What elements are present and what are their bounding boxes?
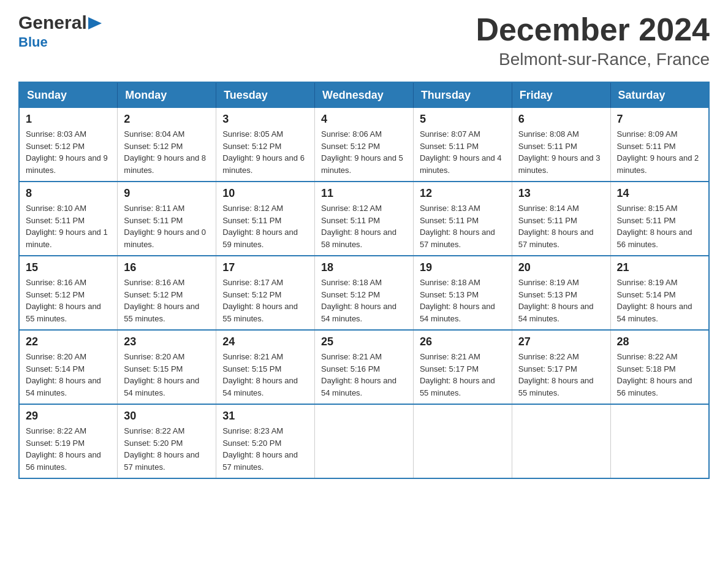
day-info-24: Sunrise: 8:21 AMSunset: 5:15 PMDaylight:… <box>222 351 308 399</box>
day-cell-18: 18Sunrise: 8:18 AMSunset: 5:12 PMDayligh… <box>315 256 414 330</box>
day-cell-26: 26Sunrise: 8:21 AMSunset: 5:17 PMDayligh… <box>413 330 512 404</box>
day-number-9: 9 <box>124 187 210 200</box>
day-info-20: Sunrise: 8:19 AMSunset: 5:13 PMDaylight:… <box>518 277 604 324</box>
day-number-4: 4 <box>321 113 407 126</box>
day-info-18: Sunrise: 8:18 AMSunset: 5:12 PMDaylight:… <box>321 277 407 324</box>
day-number-8: 8 <box>26 187 111 200</box>
day-number-13: 13 <box>518 187 604 200</box>
day-cell-21: 21Sunrise: 8:19 AMSunset: 5:14 PMDayligh… <box>610 256 709 330</box>
day-number-18: 18 <box>321 261 407 274</box>
day-number-29: 29 <box>26 410 111 423</box>
day-cell-2: 2Sunrise: 8:04 AMSunset: 5:12 PMDaylight… <box>118 108 216 182</box>
location-title: Belmont-sur-Rance, France <box>476 50 710 69</box>
day-number-11: 11 <box>321 187 407 200</box>
logo-triangle-icon <box>88 17 102 29</box>
day-number-23: 23 <box>124 335 210 348</box>
week-row-4: 29Sunrise: 8:22 AMSunset: 5:19 PMDayligh… <box>19 404 709 478</box>
day-cell-24: 24Sunrise: 8:21 AMSunset: 5:15 PMDayligh… <box>216 330 315 404</box>
day-number-26: 26 <box>420 335 506 348</box>
day-info-8: Sunrise: 8:10 AMSunset: 5:11 PMDaylight:… <box>26 202 111 250</box>
day-info-3: Sunrise: 8:05 AMSunset: 5:12 PMDaylight:… <box>222 128 308 176</box>
empty-cell <box>315 404 414 478</box>
day-number-31: 31 <box>222 410 308 423</box>
day-number-10: 10 <box>222 187 308 200</box>
empty-cell <box>610 404 709 478</box>
day-info-16: Sunrise: 8:16 AMSunset: 5:12 PMDaylight:… <box>124 277 210 324</box>
header-saturday: Saturday <box>610 82 709 108</box>
day-info-17: Sunrise: 8:17 AMSunset: 5:12 PMDaylight:… <box>222 277 308 324</box>
day-info-14: Sunrise: 8:15 AMSunset: 5:11 PMDaylight:… <box>617 202 702 250</box>
day-info-12: Sunrise: 8:13 AMSunset: 5:11 PMDaylight:… <box>420 202 506 250</box>
header-monday: Monday <box>118 82 216 108</box>
day-number-21: 21 <box>617 261 702 274</box>
day-cell-14: 14Sunrise: 8:15 AMSunset: 5:11 PMDayligh… <box>610 182 709 256</box>
day-cell-23: 23Sunrise: 8:20 AMSunset: 5:15 PMDayligh… <box>118 330 216 404</box>
logo-general-text: General <box>18 12 87 33</box>
month-title: December 2024 <box>476 12 710 47</box>
day-info-11: Sunrise: 8:12 AMSunset: 5:11 PMDaylight:… <box>321 202 407 250</box>
day-cell-15: 15Sunrise: 8:16 AMSunset: 5:12 PMDayligh… <box>19 256 118 330</box>
empty-cell <box>512 404 610 478</box>
day-info-19: Sunrise: 8:18 AMSunset: 5:13 PMDaylight:… <box>420 277 506 324</box>
day-info-6: Sunrise: 8:08 AMSunset: 5:11 PMDaylight:… <box>518 128 604 176</box>
day-cell-5: 5Sunrise: 8:07 AMSunset: 5:11 PMDaylight… <box>413 108 512 182</box>
day-info-27: Sunrise: 8:22 AMSunset: 5:17 PMDaylight:… <box>518 351 604 399</box>
day-cell-29: 29Sunrise: 8:22 AMSunset: 5:19 PMDayligh… <box>19 404 118 478</box>
header-thursday: Thursday <box>413 82 512 108</box>
logo-blue-text: Blue <box>18 34 48 50</box>
day-cell-31: 31Sunrise: 8:23 AMSunset: 5:20 PMDayligh… <box>216 404 315 478</box>
day-number-2: 2 <box>124 113 210 126</box>
day-info-10: Sunrise: 8:12 AMSunset: 5:11 PMDaylight:… <box>222 202 308 250</box>
day-cell-11: 11Sunrise: 8:12 AMSunset: 5:11 PMDayligh… <box>315 182 414 256</box>
day-cell-25: 25Sunrise: 8:21 AMSunset: 5:16 PMDayligh… <box>315 330 414 404</box>
svg-marker-0 <box>88 17 102 29</box>
day-cell-1: 1Sunrise: 8:03 AMSunset: 5:12 PMDaylight… <box>19 108 118 182</box>
day-number-30: 30 <box>124 410 210 423</box>
day-number-12: 12 <box>420 187 506 200</box>
day-cell-22: 22Sunrise: 8:20 AMSunset: 5:14 PMDayligh… <box>19 330 118 404</box>
week-row-1: 8Sunrise: 8:10 AMSunset: 5:11 PMDaylight… <box>19 182 709 256</box>
day-info-4: Sunrise: 8:06 AMSunset: 5:12 PMDaylight:… <box>321 128 407 176</box>
day-info-29: Sunrise: 8:22 AMSunset: 5:19 PMDaylight:… <box>26 425 111 473</box>
day-cell-13: 13Sunrise: 8:14 AMSunset: 5:11 PMDayligh… <box>512 182 610 256</box>
title-area: December 2024 Belmont-sur-Rance, France <box>476 12 710 69</box>
day-cell-27: 27Sunrise: 8:22 AMSunset: 5:17 PMDayligh… <box>512 330 610 404</box>
day-number-17: 17 <box>222 261 308 274</box>
day-number-22: 22 <box>26 335 111 348</box>
day-info-22: Sunrise: 8:20 AMSunset: 5:14 PMDaylight:… <box>26 351 111 399</box>
day-info-26: Sunrise: 8:21 AMSunset: 5:17 PMDaylight:… <box>420 351 506 399</box>
day-info-2: Sunrise: 8:04 AMSunset: 5:12 PMDaylight:… <box>124 128 210 176</box>
day-info-30: Sunrise: 8:22 AMSunset: 5:20 PMDaylight:… <box>124 425 210 473</box>
day-number-19: 19 <box>420 261 506 274</box>
day-cell-30: 30Sunrise: 8:22 AMSunset: 5:20 PMDayligh… <box>118 404 216 478</box>
day-number-25: 25 <box>321 335 407 348</box>
day-cell-8: 8Sunrise: 8:10 AMSunset: 5:11 PMDaylight… <box>19 182 118 256</box>
logo: General Blue <box>18 12 102 50</box>
header-tuesday: Tuesday <box>216 82 315 108</box>
day-cell-20: 20Sunrise: 8:19 AMSunset: 5:13 PMDayligh… <box>512 256 610 330</box>
day-info-13: Sunrise: 8:14 AMSunset: 5:11 PMDaylight:… <box>518 202 604 250</box>
day-info-15: Sunrise: 8:16 AMSunset: 5:12 PMDaylight:… <box>26 277 111 324</box>
day-info-28: Sunrise: 8:22 AMSunset: 5:18 PMDaylight:… <box>617 351 702 399</box>
header-wednesday: Wednesday <box>315 82 414 108</box>
day-cell-16: 16Sunrise: 8:16 AMSunset: 5:12 PMDayligh… <box>118 256 216 330</box>
day-number-24: 24 <box>222 335 308 348</box>
day-info-5: Sunrise: 8:07 AMSunset: 5:11 PMDaylight:… <box>420 128 506 176</box>
day-info-31: Sunrise: 8:23 AMSunset: 5:20 PMDaylight:… <box>222 425 308 473</box>
day-cell-12: 12Sunrise: 8:13 AMSunset: 5:11 PMDayligh… <box>413 182 512 256</box>
day-cell-4: 4Sunrise: 8:06 AMSunset: 5:12 PMDaylight… <box>315 108 414 182</box>
day-number-15: 15 <box>26 261 111 274</box>
day-number-6: 6 <box>518 113 604 126</box>
day-number-20: 20 <box>518 261 604 274</box>
week-row-0: 1Sunrise: 8:03 AMSunset: 5:12 PMDaylight… <box>19 108 709 182</box>
day-cell-17: 17Sunrise: 8:17 AMSunset: 5:12 PMDayligh… <box>216 256 315 330</box>
header-friday: Friday <box>512 82 610 108</box>
day-info-25: Sunrise: 8:21 AMSunset: 5:16 PMDaylight:… <box>321 351 407 399</box>
day-info-9: Sunrise: 8:11 AMSunset: 5:11 PMDaylight:… <box>124 202 210 250</box>
day-number-27: 27 <box>518 335 604 348</box>
day-cell-3: 3Sunrise: 8:05 AMSunset: 5:12 PMDaylight… <box>216 108 315 182</box>
day-number-7: 7 <box>617 113 702 126</box>
day-info-7: Sunrise: 8:09 AMSunset: 5:11 PMDaylight:… <box>617 128 702 176</box>
day-number-3: 3 <box>222 113 308 126</box>
empty-cell <box>413 404 512 478</box>
